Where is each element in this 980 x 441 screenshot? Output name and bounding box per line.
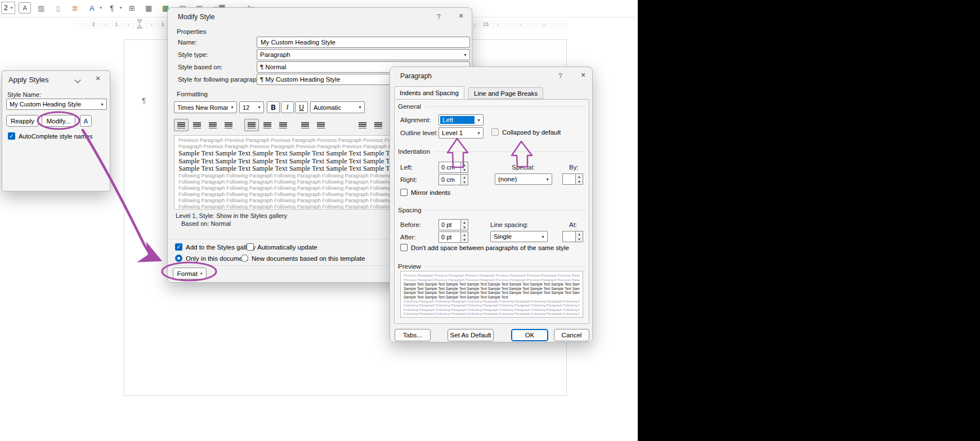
modify-button[interactable]: Modify... xyxy=(42,115,75,127)
align-center-icon xyxy=(193,122,201,128)
bold-button[interactable]: B xyxy=(267,101,280,113)
close-icon[interactable]: × xyxy=(96,74,100,83)
align-justify-button[interactable] xyxy=(221,119,236,131)
increase-space-before-button[interactable] xyxy=(298,119,312,131)
by-spinner[interactable]: ▲▼ xyxy=(562,173,583,185)
font-color-icon-arrow[interactable]: ▾ xyxy=(100,6,102,10)
single-spacing-button[interactable] xyxy=(244,119,259,131)
dropdown-arrow-icon[interactable]: ▾ xyxy=(228,105,236,110)
dropdown-arrow-icon[interactable]: ▾ xyxy=(356,105,364,110)
underline-label: U xyxy=(299,104,304,112)
ruler-number: 1 xyxy=(115,21,118,27)
spinner-up-icon[interactable]: ▲ xyxy=(461,162,468,167)
alignment-dropdown[interactable]: Left ▾ xyxy=(438,114,484,126)
dropdown-arrow-icon[interactable]: ▾ xyxy=(543,177,552,182)
dropdown-arrow-icon[interactable]: ▾ xyxy=(475,131,483,136)
help-icon[interactable]: ? xyxy=(437,13,441,21)
spinner-up-icon[interactable]: ▲ xyxy=(576,174,583,179)
ok-button[interactable]: OK xyxy=(511,329,548,341)
only-in-document-radio[interactable]: Only in this document xyxy=(175,255,248,262)
spacing-before-value: 0 pt xyxy=(438,219,461,230)
chevron-down-icon[interactable] xyxy=(74,77,80,83)
tabs-button[interactable]: Tabs... xyxy=(395,329,431,341)
font-color-icon[interactable]: A xyxy=(85,2,99,14)
font-color-dropdown[interactable]: Automatic ▾ xyxy=(310,101,365,113)
one-half-spacing-button[interactable] xyxy=(260,119,275,131)
format-button[interactable]: Format ▾ xyxy=(173,268,207,279)
align-right-button[interactable] xyxy=(205,119,220,131)
dropdown-arrow-icon[interactable]: ▾ xyxy=(475,118,483,123)
spinner-up-icon[interactable]: ▲ xyxy=(461,175,468,180)
autocomplete-checkbox[interactable]: ✓ AutoComplete style names xyxy=(8,132,92,140)
at-spinner[interactable]: ▲▼ xyxy=(562,231,583,242)
outline-level-dropdown[interactable]: Level 1 ▾ xyxy=(438,127,484,139)
style-type-dropdown[interactable]: Paragraph ▾ xyxy=(257,49,470,60)
line-spacing-dropdown[interactable]: Single ▾ xyxy=(490,231,548,242)
paragraph-direction-icon[interactable]: ¶ xyxy=(105,2,119,14)
spacing-after-spinner[interactable]: 0 pt ▲▼ xyxy=(438,231,468,243)
collapsed-by-default-checkbox[interactable]: Collapsed by default xyxy=(491,128,561,136)
auto-update-label: Automatically update xyxy=(257,244,317,251)
style-preview-toggle-icon[interactable]: A xyxy=(80,115,92,127)
tabs-button-label: Tabs... xyxy=(403,332,422,338)
dont-add-space-checkbox[interactable]: Don't add space between paragraphs of th… xyxy=(400,244,569,251)
font-name-value: Times New Roman xyxy=(174,104,228,111)
indent-marker-icon[interactable] xyxy=(136,19,143,29)
text-box-icon[interactable]: A xyxy=(19,2,31,14)
style-name-combobox[interactable]: My Custom Heading Style ▾ xyxy=(6,99,107,110)
spinner-down-icon[interactable]: ▼ xyxy=(461,225,468,230)
dropdown-arrow-icon[interactable]: ▾ xyxy=(98,102,106,107)
tab-indents-and-spacing[interactable]: Indents and Spacing xyxy=(394,86,464,99)
align-left-button[interactable] xyxy=(174,119,189,131)
close-icon[interactable]: × xyxy=(459,11,463,20)
zoom-dropdown-icon[interactable]: ▾ xyxy=(11,6,13,10)
indent-left-spinner[interactable]: 0 cm ▲▼ xyxy=(438,162,468,173)
tab-line-and-page-breaks[interactable]: Line and Page Breaks xyxy=(468,87,543,99)
table-grid-icon[interactable]: ⊞ xyxy=(125,2,138,14)
dropdown-arrow-icon[interactable]: ▾ xyxy=(539,234,547,239)
spinner-up-icon[interactable]: ▲ xyxy=(461,232,468,237)
font-size-value: 12 xyxy=(240,104,255,111)
increase-indent-button[interactable] xyxy=(371,119,386,131)
ruler-number: 1 xyxy=(161,21,164,27)
name-label: Name: xyxy=(178,39,197,46)
spinner-up-icon[interactable]: ▲ xyxy=(576,231,583,237)
address-block-icon[interactable]: ▥ xyxy=(34,2,48,14)
decrease-space-after-button[interactable] xyxy=(314,119,328,131)
preview-section-label: Preview xyxy=(398,263,586,270)
paragraph-direction-icon-arrow[interactable]: ▾ xyxy=(120,6,122,10)
dropdown-arrow-icon[interactable]: ▾ xyxy=(461,52,469,57)
close-icon[interactable]: × xyxy=(581,70,585,79)
blank-page-icon[interactable]: ▯ xyxy=(51,2,65,14)
reapply-button[interactable]: Reapply xyxy=(6,115,39,127)
spacing-before-spinner[interactable]: 0 pt ▲▼ xyxy=(438,219,468,230)
set-as-default-button[interactable]: Set As Default xyxy=(448,329,494,341)
italic-button[interactable]: I xyxy=(281,101,294,113)
mirror-indents-checkbox[interactable]: Mirror indents xyxy=(400,189,450,196)
spinner-up-icon[interactable]: ▲ xyxy=(461,220,468,225)
spinner-down-icon[interactable]: ▼ xyxy=(461,237,468,242)
name-field[interactable]: My Custom Heading Style xyxy=(257,37,470,48)
help-icon[interactable]: ? xyxy=(558,72,562,80)
font-size-dropdown[interactable]: 12 ▾ xyxy=(239,101,264,113)
spinner-down-icon[interactable]: ▼ xyxy=(461,180,468,185)
dropdown-arrow-icon[interactable]: ▾ xyxy=(255,105,263,110)
underline-button[interactable]: U xyxy=(295,101,308,113)
decrease-indent-button[interactable] xyxy=(355,119,370,131)
new-documents-radio[interactable]: New documents based on this template xyxy=(241,255,365,262)
numbered-list-icon[interactable]: ≣ xyxy=(68,2,82,14)
font-name-dropdown[interactable]: Times New Roman ▾ xyxy=(174,101,237,113)
preview-line-foll: Following Paragraph Following Paragraph … xyxy=(404,300,580,304)
cancel-button[interactable]: Cancel xyxy=(554,329,589,341)
special-dropdown[interactable]: (none) ▾ xyxy=(495,173,552,185)
spinner-down-icon[interactable]: ▼ xyxy=(576,179,583,184)
auto-update-checkbox[interactable]: Automatically update xyxy=(247,243,317,251)
align-center-button[interactable] xyxy=(190,119,204,131)
indent-right-spinner[interactable]: 0 cm ▲▼ xyxy=(438,174,468,185)
zoom-combo[interactable]: 2 ▾ xyxy=(1,2,15,14)
insert-table-icon[interactable]: ▦ xyxy=(142,2,155,14)
spinner-down-icon[interactable]: ▼ xyxy=(461,167,468,172)
spinner-down-icon[interactable]: ▼ xyxy=(576,237,583,242)
add-to-gallery-checkbox[interactable]: ✓ Add to the Styles gallery xyxy=(175,243,256,251)
double-spacing-button[interactable] xyxy=(276,119,290,131)
